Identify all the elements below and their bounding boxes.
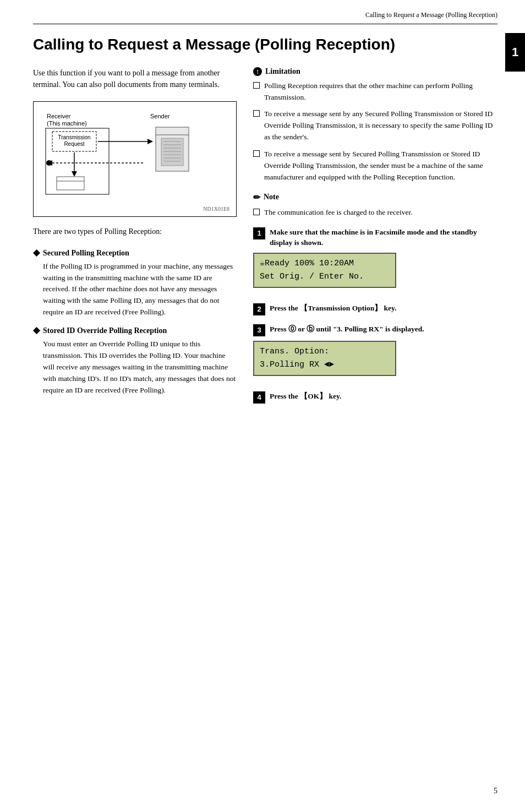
lcd-line-1-2: Set Orig. / Enter No.	[260, 270, 390, 284]
step-1-header: 1 Make sure that the machine is in Facsi…	[253, 227, 497, 248]
svg-rect-18	[161, 138, 183, 166]
polling-types-intro: There are two types of Polling Reception…	[33, 226, 237, 237]
limitation-icon: !	[253, 67, 262, 76]
right-column: ! Limitation Polling Reception requires …	[253, 67, 497, 412]
svg-text:Request: Request	[64, 141, 84, 147]
svg-text:Sender: Sender	[150, 113, 170, 119]
note-item-1: The communication fee is charged to the …	[253, 207, 497, 219]
page-number: 5	[494, 787, 497, 795]
step-3-display: Trans. Option: 3.Polling RX ◄►	[253, 341, 396, 376]
limitation-box: ! Limitation Polling Reception requires …	[253, 67, 497, 183]
step-3-header: 3 Press ⓪ or ⓑ until "3. Polling RX" is …	[253, 324, 497, 336]
svg-marker-8	[147, 139, 153, 144]
svg-text:(This machine): (This machine)	[47, 120, 87, 127]
lcd-text-1-1: ☕Ready 100% 10:20AM	[260, 257, 354, 270]
diamond-bullet-2: ◆	[33, 326, 40, 335]
step-4-number: 4	[253, 391, 265, 404]
diagram-svg: Receiver (This machine) Sender Transmiss…	[40, 111, 200, 201]
breadcrumb: Calling to Request a Message (Polling Re…	[365, 11, 497, 19]
step-3-number: 3	[253, 324, 265, 336]
page-header: Calling to Request a Message (Polling Re…	[33, 11, 497, 24]
note-text-1: The communication fee is charged to the …	[264, 207, 413, 219]
step-2-number: 2	[253, 303, 265, 315]
tab-marker: 1	[505, 33, 525, 72]
two-col-layout: Use this function if you want to poll a …	[33, 67, 497, 412]
step-1: 1 Make sure that the machine is in Facsi…	[253, 227, 497, 295]
diagram: Receiver (This machine) Sender Transmiss…	[33, 101, 237, 217]
diagram-caption: ND1X01E8	[40, 206, 229, 212]
checkbox-2	[253, 110, 260, 117]
step-1-text: Make sure that the machine is in Facsimi…	[270, 227, 497, 248]
stored-body: You must enter an Override Polling ID un…	[43, 339, 237, 396]
stored-heading: ◆ Stored ID Override Polling Reception	[33, 326, 237, 335]
limitation-heading: ! Limitation	[253, 67, 497, 76]
step-4-header: 4 Press the 【OK】 key.	[253, 391, 497, 404]
limitation-text-2: To receive a message sent by any Secured…	[264, 108, 497, 143]
intro-text: Use this function if you want to poll a …	[33, 67, 237, 90]
step-3-text: Press ⓪ or ⓑ until "3. Polling RX" is di…	[270, 324, 424, 335]
limitation-text-3: To receive a message sent by Secured Pol…	[264, 149, 497, 183]
lcd-line-1-1: ☕Ready 100% 10:20AM	[260, 257, 390, 270]
diamond-bullet-1: ◆	[33, 248, 40, 257]
note-heading: ✏ Note	[253, 192, 497, 203]
secured-heading-text: Secured Polling Reception	[43, 249, 129, 258]
stored-heading-text: Stored ID Override Polling Reception	[43, 326, 167, 335]
note-checkbox-1	[253, 209, 260, 215]
note-icon: ✏	[253, 192, 260, 203]
lcd-text-3-2: 3.Polling RX ◄►	[260, 358, 334, 372]
limitation-text-1: Polling Reception requires that the othe…	[264, 80, 497, 103]
lcd-text-1-2: Set Orig. / Enter No.	[260, 270, 364, 284]
svg-text:Transmission: Transmission	[58, 134, 90, 140]
note-box: ✏ Note The communication fee is charged …	[253, 192, 497, 219]
page-container: Calling to Request a Message (Polling Re…	[0, 0, 525, 812]
secured-body: If the Polling ID is programmed in your …	[43, 261, 237, 319]
step-2: 2 Press the 【Transmission Option】 key.	[253, 303, 497, 315]
lcd-text-3-1: Trans. Option:	[260, 345, 329, 358]
secured-heading: ◆ Secured Polling Reception	[33, 248, 237, 258]
step-4-text: Press the 【OK】 key.	[270, 391, 342, 402]
step-2-text: Press the 【Transmission Option】 key.	[270, 303, 396, 314]
lcd-line-3-1: Trans. Option:	[260, 345, 390, 358]
svg-rect-14	[57, 177, 84, 190]
note-heading-text: Note	[264, 193, 279, 201]
page-title: Calling to Request a Message (Polling Re…	[33, 35, 497, 54]
checkbox-1	[253, 82, 260, 89]
checkbox-3	[253, 150, 260, 157]
limitation-item-2: To receive a message sent by any Secured…	[253, 108, 497, 143]
step-4: 4 Press the 【OK】 key.	[253, 391, 497, 404]
tab-label: 1	[512, 45, 518, 59]
limitation-heading-text: Limitation	[265, 67, 300, 76]
step-1-display: ☕Ready 100% 10:20AM Set Orig. / Enter No…	[253, 253, 396, 288]
limitation-item-1: Polling Reception requires that the othe…	[253, 80, 497, 103]
step-1-number: 1	[253, 227, 265, 239]
left-column: Use this function if you want to poll a …	[33, 67, 237, 412]
step-3: 3 Press ⓪ or ⓑ until "3. Polling RX" is …	[253, 324, 497, 383]
lcd-line-3-2: 3.Polling RX ◄►	[260, 358, 390, 372]
svg-text:Receiver: Receiver	[47, 113, 71, 119]
step-2-header: 2 Press the 【Transmission Option】 key.	[253, 303, 497, 315]
limitation-item-3: To receive a message sent by Secured Pol…	[253, 149, 497, 183]
